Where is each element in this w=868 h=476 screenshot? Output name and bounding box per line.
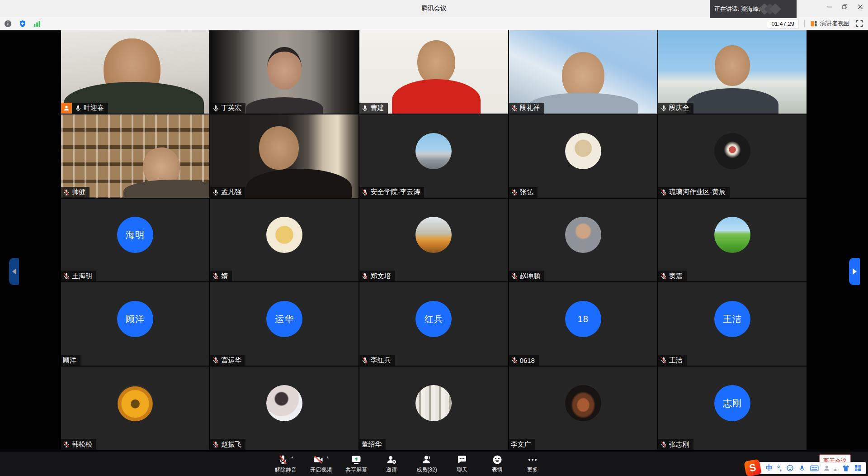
unmute-button[interactable]: ▲解除静音 bbox=[275, 454, 297, 474]
speaker-names-blurred bbox=[763, 5, 779, 13]
mic-muted-icon bbox=[212, 441, 219, 448]
participant-label: 李文广 bbox=[509, 439, 535, 450]
previous-page-arrow[interactable] bbox=[9, 258, 19, 285]
participant-label: 赵振飞 bbox=[210, 439, 245, 450]
participant-tile[interactable]: 韩松松 bbox=[61, 367, 209, 450]
sogou-logo[interactable]: S bbox=[744, 459, 761, 476]
toolbar-button-label: 成员(32) bbox=[416, 466, 437, 474]
participant-tile[interactable]: 孟凡强 bbox=[210, 114, 359, 198]
avatar bbox=[714, 133, 750, 169]
participant-tile[interactable]: 窦震 bbox=[658, 199, 807, 282]
security-shield-icon[interactable] bbox=[18, 19, 27, 28]
toolbox-icon[interactable] bbox=[854, 464, 861, 473]
participant-tile[interactable]: 丁英宏 bbox=[210, 30, 359, 114]
mic-muted-icon bbox=[660, 357, 667, 364]
participant-tile[interactable]: 运华 宫运华 bbox=[210, 282, 359, 366]
mic-muted-icon bbox=[660, 441, 667, 448]
avatar: 运华 bbox=[266, 301, 302, 337]
toolbar-button-label: 共享屏幕 bbox=[345, 466, 367, 474]
share-screen-button[interactable]: 共享屏幕 bbox=[345, 454, 367, 474]
participant-name: 帅健 bbox=[72, 188, 85, 196]
close-button[interactable] bbox=[853, 0, 868, 14]
more-button[interactable]: 更多 bbox=[522, 454, 543, 474]
participant-name: 李红兵 bbox=[370, 356, 391, 365]
participant-name: 婧 bbox=[221, 272, 228, 281]
avatar bbox=[266, 385, 302, 421]
participant-tile[interactable]: 安全学院-李云涛 bbox=[359, 114, 508, 198]
soft-keyboard-icon[interactable] bbox=[810, 464, 819, 473]
participant-tile[interactable]: 张弘 bbox=[509, 114, 657, 198]
participant-tile[interactable]: 董绍华 bbox=[359, 367, 508, 450]
share-screen-icon bbox=[351, 454, 362, 465]
status-toolbar: 01:47:29 演讲者视图 bbox=[0, 17, 868, 30]
mic-muted-icon bbox=[212, 357, 219, 364]
mic-on-icon bbox=[212, 105, 219, 112]
minimize-button[interactable] bbox=[822, 0, 837, 14]
toolbar-button-label: 表情 bbox=[492, 466, 503, 474]
participant-tile[interactable]: 李文广 bbox=[509, 367, 657, 450]
speaker-view-label: 演讲者视图 bbox=[820, 19, 849, 28]
participant-tile[interactable]: 海明 王海明 bbox=[61, 199, 209, 282]
mic-muted-icon bbox=[511, 272, 518, 280]
participant-tile[interactable]: 帅健 bbox=[61, 114, 209, 198]
emoji-ime-icon[interactable] bbox=[786, 464, 794, 473]
video-feed bbox=[61, 30, 209, 114]
participant-name: 叶迎春 bbox=[84, 104, 104, 112]
participant-tile[interactable]: 赵振飞 bbox=[210, 367, 359, 450]
chat-icon bbox=[457, 454, 467, 465]
participant-name: 琉璃河作业区-黄辰 bbox=[669, 188, 726, 196]
avatar: 顾洋 bbox=[117, 301, 153, 337]
participant-label: 琉璃河作业区-黄辰 bbox=[658, 187, 730, 198]
video-feed bbox=[210, 30, 359, 114]
skin-icon[interactable] bbox=[823, 464, 830, 473]
participant-tile[interactable]: 顾洋顾洋 bbox=[61, 282, 209, 366]
person-figure bbox=[123, 180, 209, 198]
participant-label: 王海明 bbox=[61, 271, 96, 281]
mic-on-icon bbox=[660, 105, 667, 112]
punctuation-icon[interactable]: °, bbox=[777, 464, 782, 473]
participant-tile[interactable]: 曹建 bbox=[359, 30, 508, 114]
avatar bbox=[415, 217, 452, 253]
meeting-toolbar: ▲解除静音▲开启视频共享屏幕邀请成员(32)聊天表情更多 bbox=[0, 452, 843, 476]
invite-button[interactable]: 邀请 bbox=[381, 454, 402, 474]
participant-tile[interactable]: 王洁 王洁 bbox=[658, 282, 807, 366]
participant-label: 董绍华 bbox=[359, 439, 386, 450]
chat-button[interactable]: 聊天 bbox=[451, 454, 473, 474]
avatar bbox=[117, 385, 153, 421]
meeting-info-icon[interactable] bbox=[4, 19, 12, 28]
skin-badge-count: 18 bbox=[833, 468, 837, 472]
fullscreen-icon[interactable] bbox=[855, 19, 863, 28]
participant-tile[interactable]: 琉璃河作业区-黄辰 bbox=[658, 114, 807, 198]
members-icon bbox=[421, 454, 432, 465]
participant-tile[interactable]: 红兵 李红兵 bbox=[359, 282, 508, 366]
participant-name: 孟凡强 bbox=[221, 188, 241, 196]
participant-label: 郑文培 bbox=[359, 271, 395, 281]
participant-tile[interactable]: 婧 bbox=[210, 199, 359, 282]
participant-tile[interactable]: 郑文培 bbox=[359, 199, 508, 282]
participant-label: 婧 bbox=[210, 271, 232, 281]
next-page-arrow[interactable] bbox=[849, 258, 860, 285]
voice-input-icon[interactable] bbox=[798, 464, 806, 473]
participant-tile[interactable]: 段礼祥 bbox=[509, 30, 657, 114]
participant-name: 王洁 bbox=[669, 356, 683, 365]
restore-button[interactable] bbox=[837, 0, 853, 14]
speaker-view-toggle[interactable]: 演讲者视图 bbox=[810, 19, 849, 28]
clothes-icon[interactable] bbox=[842, 464, 850, 473]
participant-tile[interactable]: 段庆全 bbox=[658, 30, 807, 114]
mic-on-icon bbox=[212, 189, 219, 196]
emoji-button[interactable]: 表情 bbox=[486, 454, 508, 474]
members-button[interactable]: 成员(32) bbox=[416, 454, 438, 474]
participant-tile[interactable]: 志刚 张志刚 bbox=[658, 367, 807, 450]
start-video-button[interactable]: ▲开启视频 bbox=[310, 454, 332, 474]
participant-tile[interactable]: 叶迎春 bbox=[61, 30, 209, 114]
mic-muted-icon bbox=[278, 454, 288, 465]
expand-options-arrow[interactable]: ▲ bbox=[326, 455, 330, 459]
meeting-timer: 01:47:29 bbox=[767, 19, 799, 29]
chinese-mode-icon[interactable]: 中 bbox=[766, 464, 773, 473]
network-signal-icon[interactable] bbox=[33, 19, 41, 28]
participant-tile[interactable]: 赵坤鹏 bbox=[509, 199, 657, 282]
participant-label: 王洁 bbox=[658, 355, 687, 366]
participant-tile[interactable]: 18 0618 bbox=[509, 282, 657, 366]
toolbar-button-label: 解除静音 bbox=[275, 466, 297, 474]
expand-options-arrow[interactable]: ▲ bbox=[291, 455, 294, 459]
